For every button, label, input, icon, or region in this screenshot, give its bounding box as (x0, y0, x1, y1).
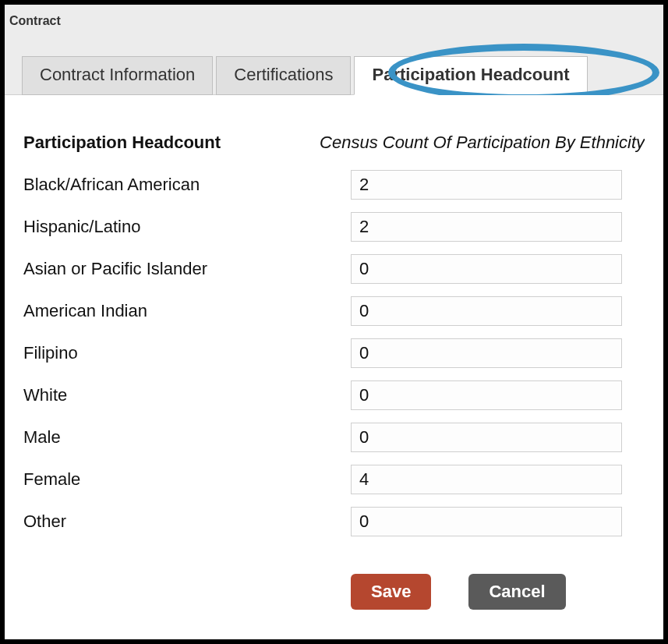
field-input-other[interactable] (351, 507, 622, 536)
tab-label: Certifications (234, 65, 333, 84)
field-input-white[interactable] (351, 380, 622, 410)
field-input-hispanic-latino[interactable] (351, 212, 622, 242)
field-input-male[interactable] (351, 423, 622, 452)
field-input-american-indian[interactable] (351, 296, 622, 326)
field-row-white: White (23, 379, 645, 412)
field-input-black-african-american[interactable] (351, 170, 622, 200)
column-header: Census Count Of Participation By Ethnici… (320, 133, 645, 153)
field-label: Female (23, 469, 351, 490)
field-label: Asian or Pacific Islander (23, 259, 351, 279)
field-input-filipino[interactable] (351, 338, 622, 368)
field-row-female: Female (23, 463, 645, 496)
field-label: Hispanic/Latino (23, 217, 351, 237)
section-header-row: Participation Headcount Census Count Of … (23, 126, 645, 159)
tab-label: Participation Headcount (372, 65, 569, 84)
field-label: Filipino (23, 343, 351, 363)
tab-participation-headcount[interactable]: Participation Headcount (354, 56, 587, 95)
field-label: White (23, 385, 351, 405)
section-title: Participation Headcount (23, 133, 320, 153)
field-label: Other (23, 511, 351, 532)
breadcrumb: Contract (9, 14, 61, 28)
field-input-asian-pacific[interactable] (351, 254, 622, 284)
save-button[interactable]: Save (351, 574, 431, 610)
content-panel: Participation Headcount Census Count Of … (5, 95, 663, 628)
field-row-american-indian: American Indian (23, 295, 645, 327)
tab-label: Contract Information (40, 65, 195, 84)
field-row-other: Other (23, 505, 645, 538)
field-row-filipino: Filipino (23, 337, 645, 370)
field-row-asian-pacific: Asian or Pacific Islander (23, 253, 645, 285)
field-row-male: Male (23, 421, 645, 454)
tab-contract-information[interactable]: Contract Information (22, 56, 213, 95)
button-row: Save Cancel (351, 574, 645, 610)
field-label: Black/African American (23, 175, 351, 195)
window-frame: Contract Contract Information Certificat… (0, 0, 668, 644)
field-row-black-african-american: Black/African American (23, 168, 645, 201)
header-bar: Contract Contract Information Certificat… (5, 5, 663, 95)
tab-certifications[interactable]: Certifications (216, 56, 351, 95)
tab-bar: Contract Information Certifications Part… (22, 56, 588, 95)
cancel-button[interactable]: Cancel (468, 574, 565, 610)
field-label: American Indian (23, 301, 351, 321)
field-input-female[interactable] (351, 465, 622, 494)
field-label: Male (23, 427, 351, 448)
field-row-hispanic-latino: Hispanic/Latino (23, 211, 645, 243)
